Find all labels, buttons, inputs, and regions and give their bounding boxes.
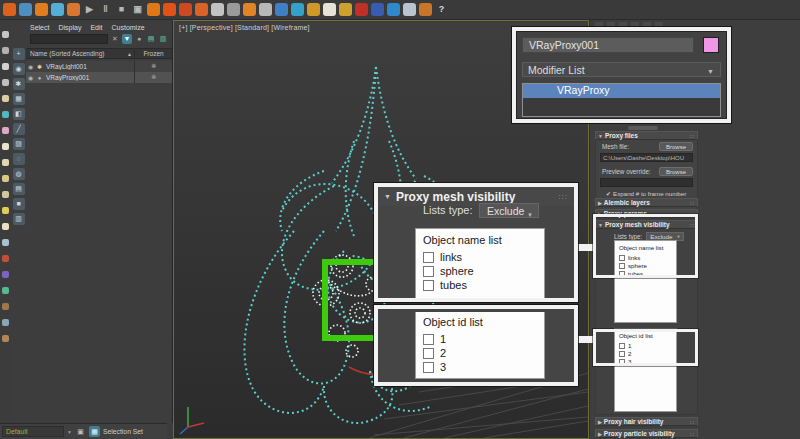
visibility-eye-icon[interactable]: ◉ — [26, 63, 35, 70]
list-item[interactable]: sphere — [615, 261, 676, 269]
list-item[interactable]: tubes — [615, 269, 676, 277]
rollout-drag-strip[interactable] — [628, 126, 658, 130]
align-tool-icon[interactable] — [2, 127, 9, 134]
checkbox-icon[interactable] — [619, 271, 625, 277]
callout-rollout-header[interactable]: ▼ Proxy mesh visibility ::: — [378, 187, 574, 206]
explorer-xref-icon[interactable]: ▤ — [13, 183, 25, 195]
layer-tool-icon[interactable] — [2, 143, 9, 150]
barrel-icon[interactable] — [307, 3, 320, 16]
explorer-shapes-icon[interactable]: ╱ — [13, 123, 25, 135]
hand-burn-icon[interactable] — [179, 3, 192, 16]
candle-icon[interactable] — [243, 3, 256, 16]
list-item[interactable]: 1 — [615, 341, 676, 349]
object-id-list[interactable]: Object id list 1 2 3 — [415, 312, 545, 379]
stop-icon[interactable]: ■ — [115, 3, 128, 16]
list-item[interactable]: 2 — [615, 349, 676, 357]
checkbox-icon[interactable] — [619, 359, 625, 365]
selection-sets-icon[interactable]: ▦ — [89, 426, 100, 437]
rollout-proxy-files[interactable]: ▼ Proxy files :: — [595, 131, 698, 140]
checkbox-icon[interactable] — [423, 252, 434, 263]
render-globe-icon[interactable] — [2, 319, 9, 326]
menu-edit[interactable]: Edit — [90, 24, 102, 31]
modifier-stack-entry[interactable]: VRayProxy — [523, 84, 720, 98]
select-tool-icon[interactable] — [2, 31, 9, 38]
rotate-tool-icon[interactable] — [2, 63, 9, 70]
snap-tool-icon[interactable] — [2, 95, 9, 102]
calendar-icon[interactable] — [211, 3, 224, 16]
mesh-file-browse-button[interactable]: Browse — [659, 142, 693, 151]
sphere-primitive-icon[interactable] — [2, 159, 9, 166]
checkbox-icon[interactable] — [423, 266, 434, 277]
explorer-pick-icon[interactable]: + — [13, 48, 25, 60]
flame-b-icon[interactable] — [163, 3, 176, 16]
menu-customize[interactable]: Customize — [111, 24, 144, 31]
filter-icon[interactable]: ▼ — [122, 34, 132, 44]
list-item[interactable]: 2 — [416, 345, 544, 359]
wave-icon[interactable] — [291, 3, 304, 16]
help-icon[interactable]: ? — [435, 3, 448, 16]
play-icon[interactable]: ▶ — [83, 3, 96, 16]
trash-icon[interactable]: ▣ — [131, 3, 144, 16]
menu-select[interactable]: Select — [30, 24, 49, 31]
fire-sim-icon[interactable] — [35, 3, 48, 16]
explorer-display-icon[interactable]: ◉ — [13, 63, 25, 75]
hand-fire-icon[interactable] — [195, 3, 208, 16]
explorer-lights-icon[interactable]: ✱ — [13, 78, 25, 90]
preview-browse-button[interactable]: Browse — [659, 167, 693, 176]
explorer-bones-icon[interactable]: ▥ — [13, 213, 25, 225]
list-item[interactable]: links — [615, 253, 676, 261]
list-view-icon[interactable]: ▤ — [146, 34, 156, 44]
checkbox-icon[interactable] — [423, 348, 434, 359]
explorer-helpers-icon[interactable]: ◧ — [13, 108, 25, 120]
list-item[interactable]: 3 — [416, 359, 544, 373]
menu-display[interactable]: Display — [58, 24, 81, 31]
foliage-tool-icon[interactable] — [2, 287, 9, 294]
object-color-swatch[interactable] — [703, 37, 719, 53]
explorer-groups-icon[interactable]: ◍ — [13, 168, 25, 180]
toolbox-icon[interactable] — [371, 3, 384, 16]
clear-search-icon[interactable]: ✕ — [110, 34, 120, 44]
checkbox-icon[interactable] — [619, 351, 625, 357]
list-item[interactable]: 3 — [615, 357, 676, 365]
explorer-search-input[interactable] — [30, 34, 108, 44]
bond-tool-icon[interactable] — [2, 255, 9, 262]
frozen-toggle-icon[interactable]: ✽ — [134, 61, 172, 72]
list-item[interactable]: links — [416, 249, 544, 263]
explorer-spacewarp-icon[interactable]: ◌ — [13, 153, 25, 165]
explorer-materials-icon[interactable]: ■ — [13, 198, 25, 210]
column-name[interactable]: Name (Sorted Ascending) — [26, 50, 127, 57]
table-row[interactable]: ◉ ✱ VRayLight001 ✽ — [26, 61, 172, 72]
compass-icon[interactable] — [387, 3, 400, 16]
lock-icon[interactable]: ● — [134, 34, 144, 44]
flame-a-icon[interactable] — [147, 3, 160, 16]
rollout-proxy-params[interactable]: ▶ Proxy params :: — [595, 209, 698, 218]
move-tool-icon[interactable] — [2, 47, 9, 54]
visibility-eye-icon[interactable]: ◉ — [26, 74, 35, 81]
rollout-proxy-hair-visibility[interactable]: ▶ Proxy hair visibility :: — [595, 417, 698, 426]
ocean-sim-icon[interactable] — [51, 3, 64, 16]
preview-path-field[interactable] — [600, 178, 693, 187]
terrain-tool-icon[interactable] — [2, 303, 9, 310]
chevron-down-icon[interactable]: ▼ — [67, 429, 72, 435]
liquid-sim-icon[interactable] — [3, 3, 16, 16]
list-item[interactable]: sphere — [416, 263, 544, 277]
water-drop-icon[interactable] — [275, 3, 288, 16]
hierarchy-view-icon[interactable]: ▥ — [158, 34, 168, 44]
checkbox-icon[interactable] — [619, 343, 625, 349]
ship-icon[interactable] — [403, 3, 416, 16]
cloud-icon[interactable] — [259, 3, 272, 16]
cone-primitive-icon[interactable] — [2, 191, 9, 198]
object-name-list[interactable]: Object name list links sphere tubes — [415, 228, 545, 298]
checkbox-icon[interactable] — [423, 334, 434, 345]
checkbox-icon[interactable] — [423, 362, 434, 373]
list-item[interactable]: tubes — [416, 277, 544, 291]
scale-tool-icon[interactable] — [2, 79, 9, 86]
basket-icon[interactable] — [419, 3, 432, 16]
explorer-geometry-icon[interactable]: ▨ — [13, 138, 25, 150]
lists-type-dropdown[interactable]: Exclude ▼ — [479, 203, 539, 218]
table-row[interactable]: ◉ ● VRayProxy001 ✽ — [26, 72, 172, 83]
viewport-label[interactable]: [+] [Perspective] [Standard] [Wireframe] — [179, 24, 310, 31]
modifier-list-dropdown[interactable]: Modifier List ▼ — [522, 62, 721, 77]
list-item[interactable]: 1 — [416, 331, 544, 345]
teapot-primitive-icon[interactable] — [2, 175, 9, 182]
